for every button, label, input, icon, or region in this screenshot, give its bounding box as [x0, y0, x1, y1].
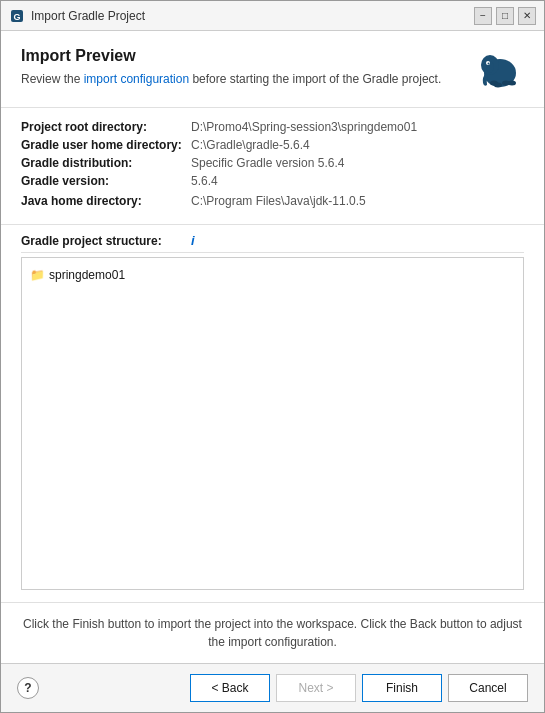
maximize-button[interactable]: □ [496, 7, 514, 25]
structure-tree: 📁 springdemo01 [21, 257, 524, 590]
java-home-label: Java home directory: [21, 194, 191, 208]
title-bar: G Import Gradle Project − □ ✕ [1, 1, 544, 31]
java-home-value: C:\Program Files\Java\jdk-11.0.5 [191, 194, 366, 208]
gradle-dist-value: Specific Gradle version 5.6.4 [191, 156, 344, 170]
gradle-version-value: 5.6.4 [191, 174, 218, 188]
svg-point-9 [508, 81, 516, 86]
main-content: Import Preview Review the import configu… [1, 31, 544, 663]
tree-item-label: springdemo01 [49, 268, 125, 282]
project-root-value: D:\Promo4\Spring-session3\springdemo01 [191, 120, 417, 134]
project-root-label: Project root directory: [21, 120, 191, 134]
svg-text:G: G [13, 12, 20, 22]
info-row-gradle-version: Gradle version: 5.6.4 [21, 174, 524, 188]
finish-button[interactable]: Finish [362, 674, 442, 702]
gradle-home-value: C:\Gradle\gradle-5.6.4 [191, 138, 310, 152]
info-row-project-root: Project root directory: D:\Promo4\Spring… [21, 120, 524, 134]
svg-point-10 [494, 83, 502, 88]
footer-message: Click the Finish button to import the pr… [1, 602, 544, 663]
svg-point-6 [488, 63, 490, 65]
button-bar: ? < Back Next > Finish Cancel [1, 663, 544, 712]
import-gradle-window: G Import Gradle Project − □ ✕ Import Pre… [0, 0, 545, 713]
import-config-link[interactable]: import configuration [84, 72, 189, 86]
folder-icon: 📁 [30, 268, 45, 282]
gradle-icon: G [9, 8, 25, 24]
info-row-gradle-dist: Gradle distribution: Specific Gradle ver… [21, 156, 524, 170]
gradle-dist-label: Gradle distribution: [21, 156, 191, 170]
header-subtitle: Review the import configuration before s… [21, 71, 464, 88]
info-section: Project root directory: D:\Promo4\Spring… [1, 108, 544, 225]
info-row-java-home: Java home directory: C:\Program Files\Ja… [21, 194, 524, 208]
back-button[interactable]: < Back [190, 674, 270, 702]
info-icon[interactable]: i [191, 233, 195, 248]
close-button[interactable]: ✕ [518, 7, 536, 25]
minimize-button[interactable]: − [474, 7, 492, 25]
structure-header: Gradle project structure: i [21, 225, 524, 253]
structure-section: Gradle project structure: i 📁 springdemo… [1, 225, 544, 602]
info-row-gradle-home: Gradle user home directory: C:\Gradle\gr… [21, 138, 524, 152]
gradle-home-label: Gradle user home directory: [21, 138, 191, 152]
structure-label: Gradle project structure: [21, 234, 191, 248]
window-title: Import Gradle Project [31, 9, 474, 23]
header-text: Import Preview Review the import configu… [21, 47, 464, 88]
cancel-button[interactable]: Cancel [448, 674, 528, 702]
window-controls: − □ ✕ [474, 7, 536, 25]
next-button[interactable]: Next > [276, 674, 356, 702]
help-button[interactable]: ? [17, 677, 39, 699]
elephant-icon [476, 47, 524, 95]
list-item: 📁 springdemo01 [30, 266, 515, 284]
gradle-version-label: Gradle version: [21, 174, 191, 188]
page-title: Import Preview [21, 47, 464, 65]
header-section: Import Preview Review the import configu… [1, 31, 544, 108]
